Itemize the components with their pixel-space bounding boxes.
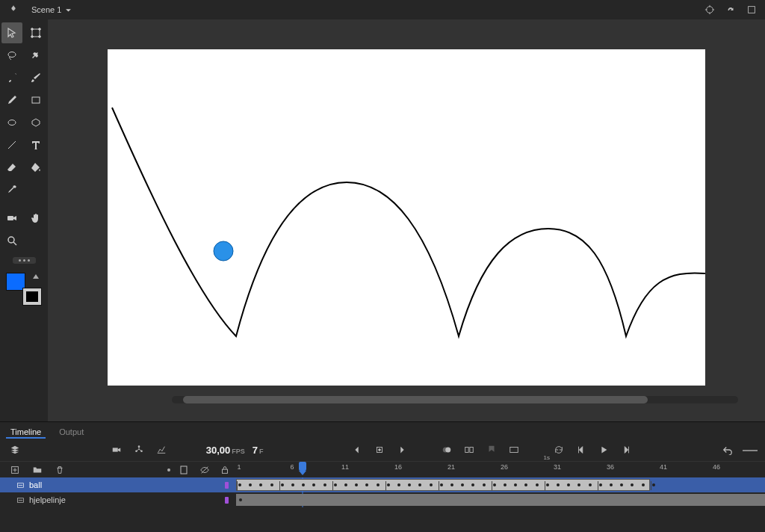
graph-icon[interactable]	[154, 442, 169, 457]
horizontal-scrollbar[interactable]	[75, 396, 738, 403]
highlight-toggle[interactable]	[167, 468, 170, 471]
lock-toggle[interactable]	[219, 463, 232, 477]
camera-tool[interactable]	[1, 208, 22, 229]
frame-display[interactable]: 7F	[253, 445, 264, 456]
marker-icon	[484, 442, 499, 457]
ruler-tick: 6	[290, 463, 294, 471]
frame-view-icon[interactable]	[507, 442, 521, 457]
paint-brush-tool[interactable]	[25, 67, 46, 88]
svg-point-11	[8, 237, 14, 243]
layers-icon[interactable]	[7, 442, 22, 457]
frame-track[interactable]	[236, 477, 765, 492]
frame-ruler[interactable]: 1611162126313641461s	[236, 462, 765, 477]
svg-point-7	[8, 52, 16, 58]
clip-content-icon[interactable]	[744, 2, 759, 17]
edit-multiple-frames-icon[interactable]	[462, 442, 477, 457]
prev-keyframe-button[interactable]	[350, 442, 365, 457]
ruler-tick: 26	[501, 463, 508, 471]
ruler-tick: 31	[554, 463, 561, 471]
stage-canvas[interactable]	[108, 49, 705, 386]
stop-button[interactable]	[372, 442, 387, 457]
document-toolbar: Scene 1	[0, 0, 765, 19]
svg-rect-21	[465, 448, 468, 453]
step-back-button[interactable]	[574, 442, 589, 457]
tab-timeline[interactable]: Timeline	[6, 425, 46, 439]
outline-toggle[interactable]	[178, 463, 191, 477]
text-tool[interactable]	[25, 134, 46, 155]
pen-tool[interactable]	[1, 90, 22, 111]
layer-list: ballhjelpelinje	[0, 477, 765, 507]
svg-point-9	[8, 120, 16, 126]
svg-point-0	[707, 7, 713, 13]
fps-display[interactable]: 30,00FPS	[206, 445, 245, 456]
pin-tool[interactable]	[25, 45, 46, 66]
scene-nav-icon[interactable]	[6, 2, 21, 17]
ruler-tick: 36	[607, 463, 614, 471]
svg-point-3	[31, 28, 34, 31]
rectangle-tool[interactable]	[25, 90, 46, 111]
stage-drawing	[108, 49, 705, 386]
scene-selector[interactable]: Scene 1	[27, 4, 77, 16]
svg-point-5	[31, 36, 34, 38]
step-forward-button[interactable]	[619, 442, 634, 457]
brush-tool[interactable]	[1, 67, 22, 88]
ruler-tick: 46	[713, 463, 720, 471]
svg-rect-26	[223, 469, 228, 473]
free-transform-tool[interactable]	[25, 22, 46, 43]
svg-rect-13	[112, 448, 117, 451]
new-folder-button[interactable]	[30, 463, 45, 477]
svg-point-4	[39, 28, 41, 31]
svg-rect-25	[181, 466, 187, 474]
play-button[interactable]	[596, 442, 611, 457]
svg-rect-2	[32, 29, 40, 37]
color-swatches[interactable]	[6, 273, 42, 306]
svg-rect-23	[510, 448, 518, 453]
paint-bucket-tool[interactable]	[25, 157, 46, 178]
ruler-tick: 1	[237, 463, 241, 471]
stroke-swatch[interactable]	[22, 288, 42, 306]
rig-icon[interactable]	[131, 442, 146, 457]
layer-row[interactable]: hjelpelinje	[0, 492, 765, 507]
lasso-tool[interactable]	[1, 45, 22, 66]
onion-skin-icon[interactable]	[439, 442, 454, 457]
keyframe-indicator	[225, 482, 229, 489]
tab-output[interactable]: Output	[55, 425, 88, 439]
more-tools[interactable]	[13, 257, 36, 264]
next-keyframe-button[interactable]	[394, 442, 409, 457]
zoom-slider[interactable]	[743, 450, 758, 451]
layer-name: hjelpelinje	[29, 495, 66, 504]
svg-point-12	[214, 241, 233, 261]
zoom-tool[interactable]	[1, 230, 22, 251]
new-layer-button[interactable]	[7, 463, 22, 477]
loop-button[interactable]	[551, 442, 566, 457]
svg-rect-10	[7, 216, 13, 220]
rotate-view-icon[interactable]	[723, 2, 738, 17]
svg-point-6	[39, 36, 41, 38]
swap-colors-icon[interactable]	[33, 274, 39, 279]
undo-icon[interactable]	[720, 442, 735, 457]
camera-layer-icon[interactable]	[109, 442, 124, 457]
delete-layer-button[interactable]	[52, 463, 67, 477]
eyedropper-tool[interactable]	[1, 179, 22, 200]
svg-rect-1	[749, 7, 755, 13]
timeline-toolbar: 30,00FPS 7F	[0, 439, 765, 461]
frame-track[interactable]	[236, 492, 765, 507]
center-stage-icon[interactable]	[702, 2, 717, 17]
playhead[interactable]	[299, 462, 306, 471]
svg-point-20	[446, 448, 451, 453]
keyframe-indicator	[225, 497, 229, 504]
svg-point-18	[379, 449, 381, 451]
visibility-toggle[interactable]	[198, 463, 211, 477]
polygon-tool[interactable]	[25, 112, 46, 133]
hand-tool[interactable]	[25, 208, 46, 229]
layer-header: 1611162126313641461s	[0, 461, 765, 477]
chevron-down-icon	[64, 6, 72, 14]
stage-area	[48, 19, 765, 421]
eraser-tool[interactable]	[1, 157, 22, 178]
line-tool[interactable]	[1, 134, 22, 155]
layer-row[interactable]: ball	[0, 477, 765, 492]
selection-tool[interactable]	[1, 22, 22, 43]
tool-palette	[0, 19, 48, 421]
ruler-tick: 11	[341, 463, 349, 471]
oval-tool[interactable]	[1, 112, 22, 133]
